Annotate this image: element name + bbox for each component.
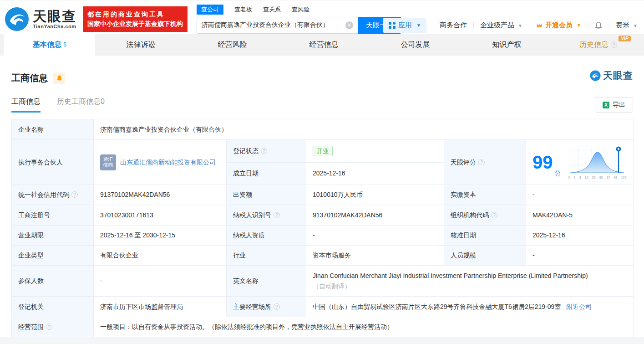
search-tab-boss[interactable]: 查老板	[234, 5, 252, 15]
help-icon[interactable]: ?	[274, 303, 280, 310]
field-label: 纳税人资质	[227, 226, 306, 246]
field-label: 统一社会信用代码?	[12, 185, 94, 205]
tianyancha-logo-icon	[5, 7, 29, 31]
subtab-history-business-info[interactable]: 历史工商信息0	[57, 97, 105, 113]
partner-company-link[interactable]: 山东通汇儒商新动能投资有限公司	[120, 158, 216, 167]
tianyancha-logo[interactable]: 天眼查 TianYanCha.com	[5, 7, 76, 31]
watermark-text: 天眼查	[603, 69, 633, 82]
tab-operation-info[interactable]: 经营信息	[278, 34, 370, 56]
section-title: 工商信息	[11, 72, 48, 84]
score-unit: 分	[555, 169, 561, 178]
field-label: 经营范围?	[12, 317, 94, 337]
insured-value: -	[94, 266, 227, 297]
nav-enterprise-products[interactable]: 企业级产品 ▼	[480, 21, 522, 30]
nav-business-cooperation[interactable]: 商务合作	[440, 21, 467, 30]
approval-date-value: 2025-12-16	[526, 226, 634, 246]
business-scope-value: 一般项目：以自有资金从事投资活动。（除依法须经批准的项目外，凭营业执照依法自主开…	[94, 317, 634, 337]
paid-in-value: -	[526, 185, 634, 205]
business-site-value: 中国（山东）自由贸易试验区济南片区大东路29号齐鲁科技金融大厦T6裙房2层219…	[313, 303, 561, 310]
established-date-value: 2025-12-16	[306, 162, 444, 185]
help-icon[interactable]: ?	[611, 41, 617, 48]
tab-basic-info[interactable]: 基本信息 5	[4, 34, 95, 56]
apps-menu[interactable]: 应用 ▼	[383, 18, 426, 33]
tianyancha-watermark-icon	[590, 70, 601, 81]
score-axis-labels: 01 315 5085 9799 100	[568, 175, 627, 180]
field-label: 组织机构代码?	[444, 205, 526, 226]
slogan-line1: 都在用的商业查询工具	[87, 10, 183, 19]
company-type-value: 有限合伙企业	[94, 246, 227, 266]
score-distribution-chart: 01 315 5085 9799 100	[568, 144, 628, 180]
help-icon[interactable]: ?	[71, 191, 78, 198]
company-name-value: 济南儒商嘉逸产业投资合伙企业（有限合伙）	[94, 119, 634, 140]
search-tab-risk[interactable]: 查风险	[292, 5, 309, 15]
tab-history-info[interactable]: VIP 历史信息 ?	[553, 34, 644, 56]
watermark-logo: 天眼查	[590, 69, 633, 82]
info-subtabs: 工商信息 历史工商信息0	[11, 97, 105, 113]
field-label: 行业	[227, 246, 306, 266]
taxpayer-id-value: 91370102MAK42DAN56	[306, 205, 444, 226]
table-row: 企业类型 有限合伙企业 行业 资本市场服务 人员规模 -	[12, 246, 634, 266]
chevron-down-icon: ▼	[577, 23, 581, 28]
chevron-down-icon: ▼	[633, 23, 638, 28]
help-icon[interactable]: ?	[261, 148, 267, 154]
help-icon[interactable]: ?	[491, 212, 497, 218]
field-label: 企业名称	[12, 119, 94, 140]
notification-bell-icon[interactable]	[594, 21, 603, 30]
table-row: 统一社会信用代码? 91370102MAK42DAN56 出资额 1010010…	[12, 185, 634, 205]
nav-open-membership[interactable]: 开通会员 ▼	[536, 21, 581, 30]
field-label: 核准日期	[444, 226, 526, 246]
status-badge: 开业	[313, 146, 333, 157]
tab-legal-litigation[interactable]: 法律诉讼	[95, 34, 187, 56]
nearby-companies-link[interactable]: 附近公司	[566, 303, 592, 310]
business-info-panel: 工商信息 天眼查 工商信息 历史工商信息0 X	[0, 56, 644, 337]
field-label: 营业期限	[12, 226, 94, 246]
field-label: 执行事务合伙人	[12, 140, 94, 185]
table-row: 企业名称 济南儒商嘉逸产业投资合伙企业（有限合伙）	[12, 119, 634, 140]
tab-company-development[interactable]: 公司发展	[370, 34, 461, 56]
help-icon[interactable]: ?	[46, 323, 52, 330]
field-label: 人员规模	[444, 246, 526, 266]
field-label: 主要经营场所?	[227, 297, 306, 317]
field-label: 工商注册号	[12, 205, 94, 226]
search-input[interactable]	[197, 17, 358, 34]
site-header: 天眼查 TianYanCha.com 都在用的商业查询工具 国家中小企业发展子基…	[0, 0, 644, 34]
search-tab-relation[interactable]: 查关系	[263, 5, 281, 15]
slogan-banner: 都在用的商业查询工具 国家中小企业发展子基金旗下机构	[83, 6, 188, 32]
tab-count: 5	[63, 41, 66, 48]
logo-title: 天眼查	[33, 9, 76, 24]
grid-icon	[389, 22, 396, 29]
org-code-value: MAK42DAN-5	[526, 205, 634, 226]
export-button[interactable]: X 导出	[595, 97, 633, 113]
field-label: 英文名称	[227, 266, 306, 297]
table-row: 参保人数 - 英文名称 Jinan Confucian Merchant Jia…	[12, 266, 634, 297]
chevron-down-icon: ▼	[518, 23, 522, 28]
score-value: 99	[532, 153, 553, 171]
english-name-value: Jinan Confucian Merchant Jiayi Industria…	[313, 271, 627, 281]
tab-intellectual-property[interactable]: 知识产权	[461, 34, 553, 56]
subtab-business-info[interactable]: 工商信息	[11, 97, 41, 113]
page-tabs: 基本信息 5 法律诉讼 经营风险 经营信息 公司发展 知识产权 VIP 历史信息…	[0, 34, 644, 56]
help-icon[interactable]: ?	[274, 212, 280, 218]
monitor-bell-icon[interactable]	[53, 72, 65, 84]
top-nav: 应用 ▼ 商务合作 企业级产品 ▼ 开通会员 ▼	[383, 18, 638, 33]
search-area: 查公司 查老板 查关系 查风险 ✕ 天眼一下	[197, 5, 402, 34]
vip-badge: VIP	[619, 36, 630, 41]
tianyan-score[interactable]: 99 分	[532, 144, 627, 180]
tab-operation-risk[interactable]: 经营风险	[187, 34, 278, 56]
field-label: 成立日期	[227, 162, 306, 185]
reg-no-value: 370102300171613	[94, 205, 227, 226]
field-label: 登记状态?	[227, 140, 306, 163]
clear-search-icon[interactable]: ✕	[345, 21, 353, 29]
page-footer-strip	[0, 337, 644, 344]
user-menu[interactable]: 费米 ▼	[616, 21, 638, 30]
field-label: 纳税人识别号?	[227, 205, 306, 226]
partner-company-logo: 通汇 儒商	[100, 154, 116, 170]
help-icon[interactable]: ?	[478, 159, 485, 165]
table-row: 营业期限 2025-12-16 至 2030-12-15 纳税人资质 - 核准日…	[12, 226, 634, 246]
slogan-line2: 国家中小企业发展子基金旗下机构	[87, 19, 183, 29]
username: 费米	[616, 21, 629, 29]
logo-domain: TianYanCha.com	[33, 24, 76, 29]
reg-authority-value: 济南市历下区市场监督管理局	[94, 297, 227, 317]
term-value: 2025-12-16 至 2030-12-15	[94, 226, 227, 246]
search-tab-company[interactable]: 查公司	[197, 5, 223, 15]
